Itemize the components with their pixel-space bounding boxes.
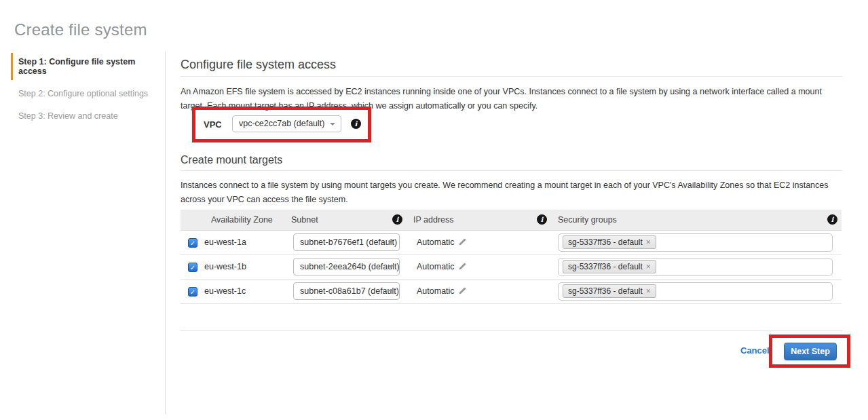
step-3-review-create[interactable]: Step 3: Review and create xyxy=(11,107,160,125)
table-row: ✓ eu-west-1b subnet-2eea264b (default) A… xyxy=(181,254,842,279)
subnet-info-icon[interactable]: i xyxy=(392,214,402,225)
header-security-groups: Security groupsi xyxy=(551,210,842,230)
header-ip-address: IP addressi xyxy=(407,210,551,230)
row3-security-groups-input[interactable]: sg-5337ff36 - default× xyxy=(558,282,833,301)
section2-heading: Create mount targets xyxy=(181,155,842,166)
section1-description: An Amazon EFS file system is accessed by… xyxy=(181,85,842,113)
row2-security-groups-input[interactable]: sg-5337ff36 - default× xyxy=(558,258,833,276)
header-availability-zone: Availability Zone xyxy=(204,210,284,230)
next-step-button[interactable]: Next Step xyxy=(784,343,837,360)
row3-sg-tag: sg-5337ff36 - default× xyxy=(563,284,656,298)
sidebar-divider xyxy=(165,51,166,414)
row1-subnet-value: subnet-b7676ef1 (default) xyxy=(300,237,397,247)
row2-sg-tag-label: sg-5337ff36 - default xyxy=(568,262,643,271)
section-create-mount-targets: Create mount targets Instances connect t… xyxy=(181,155,842,304)
chevron-down-icon xyxy=(388,241,394,244)
row2-subnet-select[interactable]: subnet-2eea264b (default) xyxy=(293,258,400,275)
row1-edit-ip-pencil-icon[interactable] xyxy=(458,237,467,246)
ip-address-info-icon[interactable]: i xyxy=(537,214,547,225)
row3-subnet-select[interactable]: subnet-c08a61b7 (default) xyxy=(293,282,400,300)
row1-availability-zone: eu-west-1a xyxy=(204,230,284,254)
chevron-down-icon xyxy=(388,265,394,268)
row3-subnet-value: subnet-c08a61b7 (default) xyxy=(300,286,399,296)
row1-sg-tag-label: sg-5337ff36 - default xyxy=(568,237,643,247)
row2-sg-tag-close-icon[interactable]: × xyxy=(646,262,651,271)
section2-description: Instances connect to a file system by us… xyxy=(181,178,842,207)
row2-availability-zone: eu-west-1b xyxy=(204,254,284,279)
header-ip-label: IP address xyxy=(413,215,454,225)
section2-rule xyxy=(181,170,842,171)
table-row: ✓ eu-west-1c subnet-c08a61b7 (default) A… xyxy=(181,279,842,303)
step-2-optional-settings[interactable]: Step 2: Configure optional settings xyxy=(11,85,160,102)
row1-ip-value: Automatic xyxy=(417,237,455,247)
row2-ip-value: Automatic xyxy=(417,262,455,271)
row1-sg-tag-close-icon[interactable]: × xyxy=(646,237,651,247)
header-subnet: Subneti xyxy=(284,210,407,230)
vpc-select-value: vpc-ce2cc7ab (default) xyxy=(239,119,324,128)
row2-checkbox[interactable]: ✓ xyxy=(188,263,197,272)
row3-availability-zone: eu-west-1c xyxy=(204,279,284,303)
row2-subnet-value: subnet-2eea264b (default) xyxy=(300,262,400,271)
header-subnet-label: Subnet xyxy=(291,215,318,225)
row3-sg-tag-label: sg-5337ff36 - default xyxy=(568,286,643,296)
mount-targets-table: Availability Zone Subneti IP addressi Se… xyxy=(181,210,842,304)
footer-divider xyxy=(181,330,842,331)
chevron-down-icon xyxy=(330,123,335,126)
vpc-label: VPC xyxy=(204,119,222,130)
row2-edit-ip-pencil-icon[interactable] xyxy=(458,262,467,271)
row1-security-groups-input[interactable]: sg-5337ff36 - default× xyxy=(558,233,833,252)
row2-sg-tag: sg-5337ff36 - default× xyxy=(563,260,656,273)
step-1-configure-access[interactable]: Step 1: Configure file system access xyxy=(11,53,160,80)
cancel-button[interactable]: Cancel xyxy=(740,345,770,356)
header-sg-label: Security groups xyxy=(558,215,617,225)
header-checkbox-col xyxy=(181,210,204,230)
row3-edit-ip-pencil-icon[interactable] xyxy=(458,286,467,295)
page-title: Create file system xyxy=(14,20,147,39)
row3-ip-value: Automatic xyxy=(417,286,455,296)
section1-rule xyxy=(181,76,842,77)
row3-checkbox[interactable]: ✓ xyxy=(188,287,197,297)
row3-sg-tag-close-icon[interactable]: × xyxy=(646,286,651,296)
wizard-steps: Step 1: Configure file system access Ste… xyxy=(11,53,160,130)
chevron-down-icon xyxy=(388,290,394,292)
table-header-row: Availability Zone Subneti IP addressi Se… xyxy=(181,210,842,230)
row1-subnet-select[interactable]: subnet-b7676ef1 (default) xyxy=(293,233,400,251)
vpc-info-icon[interactable]: i xyxy=(351,119,361,129)
section-configure-access: Configure file system access An Amazon E… xyxy=(181,51,842,113)
section1-heading: Configure file system access xyxy=(181,58,842,71)
row1-checkbox[interactable]: ✓ xyxy=(188,238,197,248)
table-row: ✓ eu-west-1a subnet-b7676ef1 (default) A… xyxy=(181,230,842,254)
row1-sg-tag: sg-5337ff36 - default× xyxy=(563,235,656,249)
vpc-select[interactable]: vpc-ce2cc7ab (default) xyxy=(232,115,341,132)
security-groups-info-icon[interactable]: i xyxy=(827,214,837,225)
